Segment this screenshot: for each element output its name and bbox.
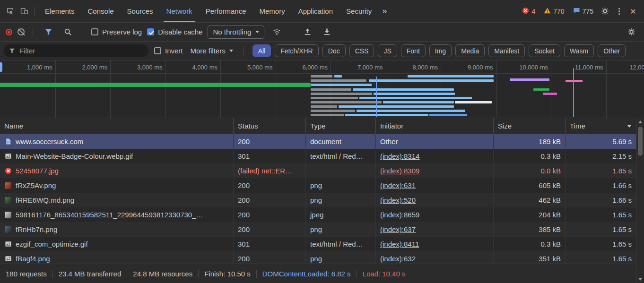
initiator-link[interactable]: (index):637: [380, 225, 416, 233]
initiator-link[interactable]: (index):632: [380, 255, 416, 263]
warning-count: 770: [553, 8, 564, 15]
image-icon: [4, 153, 12, 160]
filter-chip-other[interactable]: Other: [598, 44, 626, 57]
network-settings-gear-icon[interactable]: [624, 25, 638, 39]
invert-checkbox[interactable]: [154, 47, 161, 54]
network-overview[interactable]: 1,000 ms2,000 ms3,000 ms4,000 ms5,000 ms…: [0, 60, 644, 118]
column-header-time[interactable]: Time: [566, 118, 636, 134]
table-row[interactable]: fRRE6WQ.md.png200png(index):520462 kB1.6…: [0, 193, 644, 207]
tab-sources[interactable]: Sources: [121, 0, 160, 22]
table-row[interactable]: 52458077.jpg(failed) net::ER…(index):830…: [0, 163, 644, 178]
tab-performance[interactable]: Performance: [199, 0, 253, 22]
preserve-log-checkbox[interactable]: [91, 28, 98, 35]
import-har-icon[interactable]: [300, 25, 314, 39]
filter-chip-img[interactable]: Img: [429, 44, 452, 57]
filter-chip-all[interactable]: All: [252, 44, 271, 57]
filter-chip-font[interactable]: Font: [401, 44, 426, 57]
timeline-tick-label: 12,000 ms: [629, 64, 644, 71]
devtools-tabbar: ElementsConsoleSourcesNetworkPerformance…: [0, 0, 644, 23]
waterfall-bar: [566, 80, 583, 82]
tab-elements[interactable]: Elements: [38, 0, 81, 22]
export-har-icon[interactable]: [320, 25, 334, 39]
table-scrollbar[interactable]: [636, 118, 644, 283]
column-header-type[interactable]: Type: [306, 118, 376, 134]
cell-status: 301: [234, 237, 306, 251]
column-header-status[interactable]: Status: [234, 118, 306, 134]
tab-memory[interactable]: Memory: [253, 0, 292, 22]
tab-security[interactable]: Security: [339, 0, 378, 22]
scrollbar-thumb[interactable]: [638, 127, 643, 156]
requests-table: NameStatusTypeInitiatorSizeTime www.socc…: [0, 118, 644, 264]
filter-chip-css[interactable]: CSS: [349, 44, 374, 57]
cell-type: document: [306, 134, 376, 149]
cell-size: 605 kB: [494, 178, 566, 193]
filter-funnel-icon[interactable]: [41, 25, 55, 39]
table-row[interactable]: 598161176_865340159582511_22996445938123…: [0, 207, 644, 222]
settings-gear-icon[interactable]: [598, 4, 612, 18]
tab-network[interactable]: Network: [160, 0, 199, 22]
column-label: Name: [4, 122, 23, 130]
range-handle[interactable]: [0, 62, 2, 72]
initiator-link[interactable]: (index):8659: [380, 211, 419, 219]
filter-chip-media[interactable]: Media: [455, 44, 485, 57]
table-row[interactable]: fRxZ5Av.png200png(index):631605 kB1.66 s: [0, 178, 644, 193]
column-header-initiator[interactable]: Initiator: [376, 118, 494, 134]
initiator-link[interactable]: (index):631: [380, 181, 416, 189]
table-row[interactable]: ezgif_com_optimize.gif301text/html / Red…: [0, 237, 644, 251]
kebab-menu-icon[interactable]: [612, 4, 626, 18]
filter-chip-doc[interactable]: Doc: [322, 44, 346, 57]
device-toolbar-icon[interactable]: [17, 4, 31, 18]
timeline-tick-label: 1,000 ms: [27, 64, 52, 71]
network-toolbar: Preserve log Disable cache No throttling: [0, 23, 644, 42]
cell-type: png: [306, 251, 376, 264]
close-icon[interactable]: ×: [626, 4, 640, 18]
throttling-select[interactable]: No throttling: [208, 26, 264, 39]
waterfall-bar: [311, 79, 366, 82]
tab-application[interactable]: Application: [292, 0, 339, 22]
more-filters-label: More filters: [191, 47, 226, 55]
waterfall-bar: [429, 114, 467, 116]
image-icon: [4, 240, 12, 248]
filter-chip-socket[interactable]: Socket: [529, 44, 560, 57]
cell-initiator: Other: [376, 134, 494, 149]
column-header-size[interactable]: Size: [494, 118, 566, 134]
filter-input[interactable]: Filter: [4, 44, 148, 57]
table-row[interactable]: www.soccersuck.com200documentOther189 kB…: [0, 134, 644, 149]
table-row[interactable]: fRnHb7n.png200png(index):637385 kB1.65 s: [0, 222, 644, 237]
more-filters-button[interactable]: More filters: [189, 47, 235, 55]
message-bubble-icon: [573, 7, 580, 16]
cell-status: 301: [234, 149, 306, 163]
search-icon[interactable]: [61, 25, 75, 39]
initiator-link[interactable]: (index):8314: [380, 152, 419, 160]
column-header-name[interactable]: Name: [0, 118, 234, 134]
preserve-log-toggle[interactable]: Preserve log: [91, 28, 142, 36]
network-conditions-icon[interactable]: [270, 25, 284, 39]
table-row[interactable]: fBagf4.png200png(index):632351 kB1.65 s: [0, 251, 644, 264]
inspect-element-icon[interactable]: [3, 4, 17, 18]
filter-chip-manifest[interactable]: Manifest: [488, 44, 525, 57]
disable-cache-checkbox[interactable]: [147, 28, 154, 35]
initiator-link[interactable]: (index):8309: [380, 167, 419, 175]
scroll-up-arrow-icon[interactable]: [638, 120, 642, 123]
filter-chip-fetch-xhr[interactable]: Fetch/XHR: [275, 44, 318, 57]
issues-badge[interactable]: 775: [573, 7, 593, 16]
more-tabs-button[interactable]: »: [378, 6, 391, 16]
devtools-window: ElementsConsoleSourcesNetworkPerformance…: [0, 0, 644, 283]
initiator-link[interactable]: (index):520: [380, 196, 416, 204]
tab-console[interactable]: Console: [81, 0, 121, 22]
clear-network-log-button[interactable]: [17, 28, 25, 35]
invert-toggle[interactable]: Invert: [154, 47, 183, 55]
cell-name: 598161176_865340159582511_22996445938123…: [0, 207, 234, 222]
console-errors-badge[interactable]: 4: [522, 7, 535, 16]
waterfall-bar: [334, 75, 342, 77]
request-name: fBagf4.png: [16, 255, 50, 263]
scroll-down-arrow-icon[interactable]: [638, 278, 642, 281]
disable-cache-toggle[interactable]: Disable cache: [147, 28, 202, 36]
filter-chip-wasm[interactable]: Wasm: [564, 44, 594, 57]
record-network-log-button[interactable]: [6, 29, 12, 35]
filter-chip-js[interactable]: JS: [378, 44, 397, 57]
table-row[interactable]: Main-Website-Badge-Colour.webp.gif301tex…: [0, 149, 644, 163]
waterfall-bar: [311, 101, 382, 103]
console-warnings-badge[interactable]: 770: [544, 7, 564, 16]
initiator-link[interactable]: (index):8411: [380, 240, 419, 248]
